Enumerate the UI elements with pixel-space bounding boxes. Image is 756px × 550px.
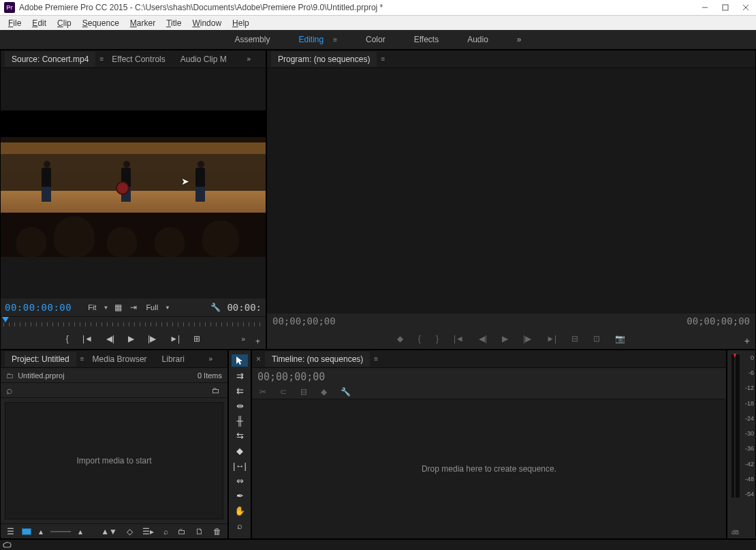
source-zoom-fit[interactable]: Fit <box>85 303 99 311</box>
step-forward-button[interactable]: |▶ <box>146 334 158 343</box>
go-to-out-button[interactable]: ►| <box>544 334 558 343</box>
source-zoom-full[interactable]: Full <box>143 303 161 311</box>
workspace-menu-icon[interactable]: ≡ <box>333 36 337 44</box>
workspace-color[interactable]: Color <box>366 35 385 44</box>
step-forward-button[interactable]: |▶ <box>521 334 533 343</box>
tab-audio-clip-mixer[interactable]: Audio Clip M <box>174 52 234 67</box>
mark-out-button[interactable]: } <box>434 334 441 343</box>
go-to-in-button[interactable]: |◄ <box>80 334 95 343</box>
menu-sequence[interactable]: Sequence <box>77 17 125 29</box>
new-bin-button[interactable]: 🗀 <box>176 527 188 536</box>
mark-in-button[interactable]: { <box>416 334 423 343</box>
export-frame-button[interactable]: 📷 <box>613 334 627 343</box>
close-tab-icon[interactable]: × <box>256 354 261 364</box>
menu-edit[interactable]: Edit <box>27 17 52 29</box>
snap-toggle-icon[interactable]: ⊂ <box>278 387 289 397</box>
linked-selection-icon[interactable]: ⊟ <box>298 387 309 397</box>
tab-libraries[interactable]: Librari <box>155 352 191 367</box>
tab-project[interactable]: Project: Untitled <box>5 352 76 367</box>
automate-button[interactable]: ◇ <box>125 527 135 536</box>
button-editor-icon[interactable]: + <box>255 337 260 346</box>
rolling-edit-tool[interactable]: ╫ <box>232 414 248 427</box>
window-close-button[interactable] <box>736 0 756 15</box>
new-item-button[interactable]: 🗋 <box>193 527 206 536</box>
find-button[interactable]: ☰▸ <box>140 527 156 536</box>
workspace-assembly[interactable]: Assembly <box>234 35 270 44</box>
pen-tool[interactable]: ✒ <box>232 489 248 502</box>
panel-menu-icon[interactable]: ≡ <box>80 355 84 363</box>
source-monitor-panel: Source: Concert.mp4 ≡ Effect Controls Au… <box>0 50 266 350</box>
track-select-backward-tool[interactable]: ⇇ <box>232 384 248 397</box>
razor-tool[interactable]: ◆ <box>232 444 248 457</box>
panel-menu-icon[interactable]: ≡ <box>99 55 104 63</box>
playhead-icon[interactable] <box>2 317 9 322</box>
panel-menu-icon[interactable]: ≡ <box>374 355 378 363</box>
add-marker-icon[interactable]: ◆ <box>319 387 329 397</box>
ripple-edit-tool[interactable]: ⇹ <box>232 399 248 412</box>
source-in-timecode[interactable]: 00:00:00:00 <box>5 302 72 313</box>
dropdown-icon[interactable]: ▼ <box>165 305 170 311</box>
menu-file[interactable]: File <box>3 17 27 29</box>
window-minimize-button[interactable] <box>695 0 715 15</box>
play-button[interactable]: ▶ <box>500 334 510 343</box>
tab-timeline[interactable]: Timeline: (no sequences) <box>265 352 370 367</box>
transport-overflow-icon[interactable]: » <box>241 335 245 343</box>
settings-icon[interactable]: 🔧 <box>208 303 223 312</box>
icon-view-button[interactable] <box>22 528 31 535</box>
project-search-input[interactable] <box>18 386 100 395</box>
play-button[interactable]: ▶ <box>126 334 136 343</box>
thumbnail-zoom-slider[interactable] <box>50 531 71 532</box>
hand-tool[interactable]: ✋ <box>232 504 248 517</box>
tab-source[interactable]: Source: Concert.mp4 <box>5 52 95 67</box>
sort-icons-button[interactable]: ▲▼ <box>99 527 119 536</box>
timeline-body[interactable]: Drop media here to create sequence. <box>252 399 726 538</box>
menu-marker[interactable]: Marker <box>125 17 161 29</box>
tab-media-browser[interactable]: Media Browser <box>86 352 154 367</box>
menu-window[interactable]: Window <box>187 17 227 29</box>
safe-margins-icon[interactable]: ▦ <box>112 303 124 312</box>
button-editor-icon[interactable]: + <box>744 335 750 346</box>
project-overflow-icon[interactable]: » <box>208 355 212 363</box>
insert-button[interactable]: ⊞ <box>191 334 202 343</box>
source-overflow-icon[interactable]: » <box>247 55 251 63</box>
step-back-button[interactable]: ◀| <box>477 334 489 343</box>
panel-menu-icon[interactable]: ≡ <box>381 55 385 63</box>
go-to-in-button[interactable]: |◄ <box>452 334 466 343</box>
slip-tool[interactable]: |↔| <box>232 459 248 472</box>
extract-button[interactable]: ⊡ <box>591 334 602 343</box>
list-view-button[interactable]: ☰ <box>5 527 16 536</box>
new-search-bin-icon[interactable]: 🗀 <box>210 386 222 395</box>
in-out-icon[interactable]: ⇥ <box>128 303 139 312</box>
tab-program[interactable]: Program: (no sequences) <box>271 52 377 67</box>
dropdown-icon[interactable]: ▼ <box>103 305 108 311</box>
source-time-ruler[interactable] <box>1 316 266 329</box>
nest-toggle-icon[interactable]: ✂ <box>257 387 268 397</box>
workspace-audio[interactable]: Audio <box>467 35 488 44</box>
creative-cloud-icon[interactable] <box>3 542 12 549</box>
program-preview[interactable] <box>267 68 755 314</box>
slide-tool[interactable]: ⇔ <box>232 474 248 487</box>
go-to-out-button[interactable]: ►| <box>168 334 182 343</box>
menu-title[interactable]: Title <box>161 17 187 29</box>
workspace-overflow-icon[interactable]: » <box>517 35 522 44</box>
track-select-forward-tool[interactable]: ⇉ <box>232 369 248 382</box>
timeline-settings-icon[interactable]: 🔧 <box>338 387 353 397</box>
workspace-editing[interactable]: Editing <box>298 35 324 44</box>
add-marker-button[interactable]: ◆ <box>395 334 405 343</box>
workspace-effects[interactable]: Effects <box>414 35 439 44</box>
lift-button[interactable]: ⊟ <box>569 334 580 343</box>
mark-in-button[interactable]: { <box>64 334 71 343</box>
zoom-tool[interactable]: ⌕ <box>232 519 248 532</box>
menu-help[interactable]: Help <box>227 17 255 29</box>
menu-clip[interactable]: Clip <box>52 17 77 29</box>
tab-effect-controls[interactable]: Effect Controls <box>105 52 172 67</box>
rate-stretch-tool[interactable]: ⇆ <box>232 429 248 442</box>
selection-tool[interactable] <box>232 354 248 367</box>
delete-button[interactable]: 🗑 <box>211 527 223 536</box>
step-back-button[interactable]: ◀| <box>104 334 116 343</box>
source-preview[interactable]: ➤ <box>1 68 266 299</box>
timeline-timecode[interactable]: 00;00;00;00 <box>257 371 721 383</box>
project-bin-area[interactable]: Import media to start <box>5 402 223 519</box>
window-maximize-button[interactable] <box>715 0 736 15</box>
find-button[interactable]: ⌕ <box>161 527 170 536</box>
